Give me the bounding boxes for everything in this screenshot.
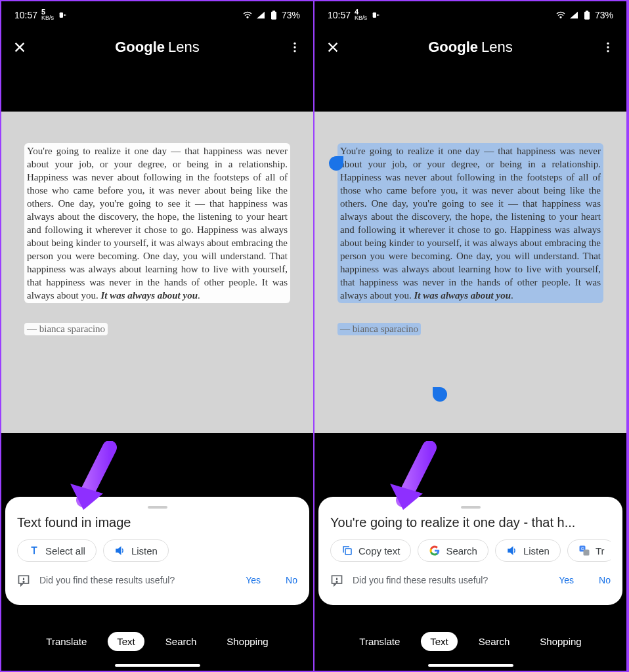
svg-point-15 [607,50,609,52]
battery-icon [269,10,279,20]
translate-button[interactable]: G Tr [567,539,611,562]
svg-point-1 [247,16,248,18]
listen-button[interactable]: Listen [103,539,169,562]
svg-point-5 [293,46,295,48]
tab-text[interactable]: Text [108,632,144,651]
phone-right: 10:57 4KB/s 73% GoogleLens You're going … [314,1,628,671]
tab-translate[interactable]: Translate [37,632,96,651]
feedback-yes[interactable]: Yes [559,575,574,585]
mode-tabs: Translate Text Search Shopping [1,632,313,651]
feedback-icon [330,574,343,587]
svg-rect-18 [583,550,589,556]
wifi-icon [242,10,253,20]
selection-handle-end[interactable] [433,387,447,402]
feedback-text: Did you find these results useful? [39,575,175,585]
svg-rect-16 [345,549,351,555]
tab-text[interactable]: Text [421,632,458,651]
svg-rect-11 [584,12,590,20]
battery-icon [582,10,592,20]
svg-point-8 [23,581,24,583]
feedback-no[interactable]: No [599,575,611,585]
recognized-author[interactable]: — bianca sparacino [24,323,108,335]
home-indicator[interactable] [115,664,200,667]
drag-handle[interactable] [148,506,167,509]
listen-button[interactable]: Listen [495,539,561,562]
app-title: GoogleLens [428,39,513,56]
sheet-title: Text found in image [17,515,297,530]
svg-rect-0 [60,12,63,18]
status-bar: 10:57 5KB/s 73% [1,1,313,29]
status-kbs: 5KB/s [41,9,54,21]
chip-label: Listen [523,545,550,556]
speaker-icon [506,545,518,556]
image-viewport[interactable]: You're going to realize it one day — tha… [1,112,313,433]
svg-text:G: G [581,547,584,551]
more-button[interactable] [600,39,616,55]
drag-handle[interactable] [461,506,481,509]
sheet-title: You're going to realize it one day - tha… [330,515,611,530]
feedback-row: Did you find these results useful? Yes N… [330,574,611,587]
feedback-text: Did you find these results useful? [353,575,488,585]
recognized-text[interactable]: You're going to realize it one day — tha… [24,143,290,303]
google-g-icon [429,545,441,556]
svg-rect-2 [271,12,276,20]
mode-tabs: Translate Text Search Shopping [314,632,626,651]
chip-label: Select all [45,545,85,556]
action-chips: Copy text Search Listen G Tr [330,539,611,562]
signal-icon [255,10,266,20]
feedback-row: Did you find these results useful? Yes N… [17,574,297,587]
image-viewport[interactable]: You're going to realize it one day — tha… [314,112,626,433]
speaker-icon [114,545,126,556]
selection-handle-start[interactable] [329,156,343,171]
svg-rect-9 [373,12,376,18]
tab-translate[interactable]: Translate [350,632,409,651]
notification-icon [371,10,381,20]
status-battery: 73% [595,10,613,20]
feedback-yes[interactable]: Yes [246,575,261,585]
more-button[interactable] [287,39,303,55]
signal-icon [569,10,579,20]
app-bar: GoogleLens [314,29,626,66]
chip-label: Listen [131,545,158,556]
svg-point-14 [607,46,609,48]
tab-search[interactable]: Search [469,632,519,651]
svg-rect-12 [586,10,588,12]
close-button[interactable] [325,39,341,55]
recognized-author-selected[interactable]: — bianca sparacino [337,323,421,335]
copy-icon [341,545,353,556]
feedback-icon [17,574,30,587]
chip-label: Copy text [358,545,400,556]
tab-search[interactable]: Search [156,632,206,651]
bottom-sheet: You're going to realize it one day - tha… [318,497,622,605]
feedback-no[interactable]: No [286,575,297,585]
copy-text-button[interactable]: Copy text [330,539,411,562]
app-title: GoogleLens [115,39,200,56]
home-indicator[interactable] [428,664,513,667]
svg-point-4 [293,43,295,45]
svg-point-21 [336,581,337,583]
bottom-sheet: Text found in image Select all Listen Di… [5,497,309,605]
search-button[interactable]: Search [418,539,488,562]
status-kbs: 4KB/s [355,9,367,21]
status-time: 10:57 [328,10,351,20]
tab-shopping[interactable]: Shopping [531,632,590,651]
svg-rect-3 [272,10,275,12]
recognized-text-selected[interactable]: You're going to realize it one day — tha… [337,143,603,303]
chip-label: Search [446,545,477,556]
status-battery: 73% [282,10,300,20]
svg-point-6 [293,50,295,52]
close-button[interactable] [12,39,28,55]
action-chips: Select all Listen [17,539,297,562]
app-bar: GoogleLens [1,29,313,66]
notification-icon [58,10,68,20]
wifi-icon [555,10,566,20]
text-icon [28,545,40,556]
phone-left: 10:57 5KB/s 73% GoogleLens You're going … [1,1,314,671]
tab-shopping[interactable]: Shopping [217,632,277,651]
svg-point-13 [607,43,609,45]
chip-label: Tr [596,545,605,556]
status-bar: 10:57 4KB/s 73% [314,1,626,29]
select-all-button[interactable]: Select all [17,539,97,562]
translate-icon: G [578,545,590,556]
svg-point-10 [560,16,561,18]
